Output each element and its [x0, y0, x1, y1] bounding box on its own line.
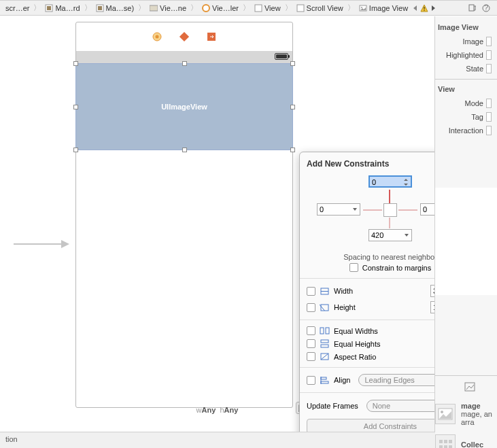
related-items-icon[interactable] [468, 4, 477, 12]
crumb-item[interactable]: Image View [356, 4, 411, 12]
resize-handle[interactable] [290, 148, 295, 152]
scene-icon [150, 4, 158, 12]
equal-heights-label: Equal Heights [334, 340, 381, 348]
svg-line-31 [320, 305, 325, 311]
resize-handle[interactable] [182, 148, 187, 152]
width-checkbox[interactable] [307, 287, 315, 296]
collection-lib-icon [438, 438, 453, 448]
tag-field-label: Tag [471, 113, 483, 121]
crumb-item[interactable]: View [252, 4, 284, 12]
aspect-ratio-checkbox[interactable] [307, 352, 315, 361]
svg-rect-6 [255, 5, 262, 12]
crumb-item[interactable]: Vie…ne [147, 4, 189, 12]
battery-icon [275, 53, 288, 60]
viewcontroller-icon[interactable] [152, 31, 162, 42]
crumb-item[interactable]: Ma…se) [93, 4, 137, 12]
uiimageview[interactable]: UIImageView [75, 63, 293, 150]
breadcrumb-bar: scr…er〉 Ma…rd〉 Ma…se)〉 Vie…ne〉 Vie…ler〉 … [0, 1, 497, 16]
equal-heights-checkbox[interactable] [307, 339, 315, 348]
svg-rect-32 [320, 328, 324, 334]
interaction-field-label: Interaction [449, 126, 483, 135]
crumb-item[interactable]: Scroll View [294, 4, 346, 12]
image-field[interactable] [486, 37, 492, 46]
svg-rect-34 [321, 340, 328, 343]
device-frame: UIImageView [75, 22, 293, 408]
resize-handle[interactable] [290, 61, 295, 66]
resize-handle[interactable] [73, 105, 78, 109]
svg-rect-10 [424, 7, 424, 10]
height-checkbox[interactable] [307, 303, 315, 312]
crumb-item[interactable]: Ma…rd [42, 4, 82, 12]
view-icon [296, 4, 305, 12]
leading-spacing-field[interactable]: 0 [317, 203, 360, 216]
align-icon [320, 376, 330, 385]
state-field[interactable] [486, 64, 492, 73]
height-icon [320, 303, 330, 312]
strut-top[interactable] [389, 190, 390, 203]
bottom-spacing-field[interactable]: 420 [369, 229, 412, 241]
history-fwd-icon[interactable] [430, 5, 436, 12]
strut-leading[interactable] [363, 209, 382, 211]
svg-point-9 [361, 7, 362, 8]
crumb-label: Vie…ne [160, 4, 186, 12]
equal-heights-icon [320, 339, 330, 348]
library-tabs[interactable] [435, 381, 476, 392]
constrain-margins-label: Constrain to margins [362, 264, 432, 272]
attributes-inspector: Image View Image Highlighted State View … [434, 16, 497, 448]
state-field-label: State [466, 65, 483, 73]
storyboard-icon [96, 4, 104, 12]
library-item[interactable]: magemage, an arra [435, 402, 494, 426]
strut-bottom[interactable] [389, 218, 390, 228]
svg-rect-39 [321, 377, 326, 379]
first-responder-icon[interactable] [179, 31, 190, 42]
dropdown-icon [352, 205, 358, 213]
resize-handle[interactable] [290, 105, 295, 109]
resize-handle[interactable] [73, 148, 78, 152]
crumb-label: Ma…se) [106, 4, 135, 12]
svg-rect-45 [444, 440, 447, 443]
aspect-ratio-icon [320, 352, 330, 361]
svg-rect-11 [424, 10, 424, 10]
resize-handle[interactable] [73, 61, 78, 66]
top-spacing-field[interactable]: 0 [369, 175, 412, 188]
crumb-label: scr…er [5, 4, 29, 12]
center-box [383, 203, 397, 217]
tag-field[interactable] [486, 112, 492, 122]
strut-trailing[interactable] [398, 209, 417, 211]
svg-rect-18 [179, 32, 189, 41]
crumb-label: Scroll View [307, 4, 343, 12]
align-checkbox[interactable] [307, 376, 315, 385]
update-frames-label: Update Frames [307, 402, 358, 410]
entry-arrow-icon [14, 237, 72, 251]
crumb-item[interactable]: Vie…ler [199, 4, 241, 12]
bottom-tab[interactable]: tion [0, 432, 435, 448]
equal-widths-label: Equal Widths [334, 327, 378, 335]
highlighted-field-label: Highlighted [446, 51, 483, 59]
aspect-ratio-label: Aspect Ratio [334, 353, 376, 361]
mode-field[interactable] [486, 99, 492, 108]
crumb-label: View [264, 4, 281, 12]
viewcontroller-icon [202, 4, 210, 12]
width-icon [320, 287, 330, 296]
crumb-item[interactable]: scr…er [3, 4, 32, 12]
library-item[interactable]: Collec [435, 434, 494, 448]
help-icon[interactable]: ? [482, 4, 490, 12]
storyboard-icon [45, 4, 53, 12]
svg-rect-47 [439, 445, 443, 448]
equal-widths-checkbox[interactable] [307, 326, 315, 335]
crumb-label: Ma…rd [55, 4, 80, 12]
exit-icon[interactable] [206, 31, 217, 42]
svg-rect-44 [439, 440, 443, 443]
interaction-field[interactable] [486, 126, 492, 135]
svg-rect-46 [449, 440, 452, 443]
mode-field-label: Mode [464, 99, 483, 107]
crumb-label: Image View [369, 4, 408, 12]
history-back-icon[interactable] [412, 5, 419, 12]
size-class-control[interactable]: wAny hAny [196, 406, 239, 414]
dropdown-icon [403, 231, 410, 239]
warning-icon[interactable] [420, 4, 428, 12]
constrain-margins-checkbox[interactable] [349, 263, 358, 272]
resize-handle[interactable] [182, 61, 187, 66]
uiimageview-label: UIImageView [161, 103, 207, 111]
highlighted-field[interactable] [486, 50, 492, 60]
